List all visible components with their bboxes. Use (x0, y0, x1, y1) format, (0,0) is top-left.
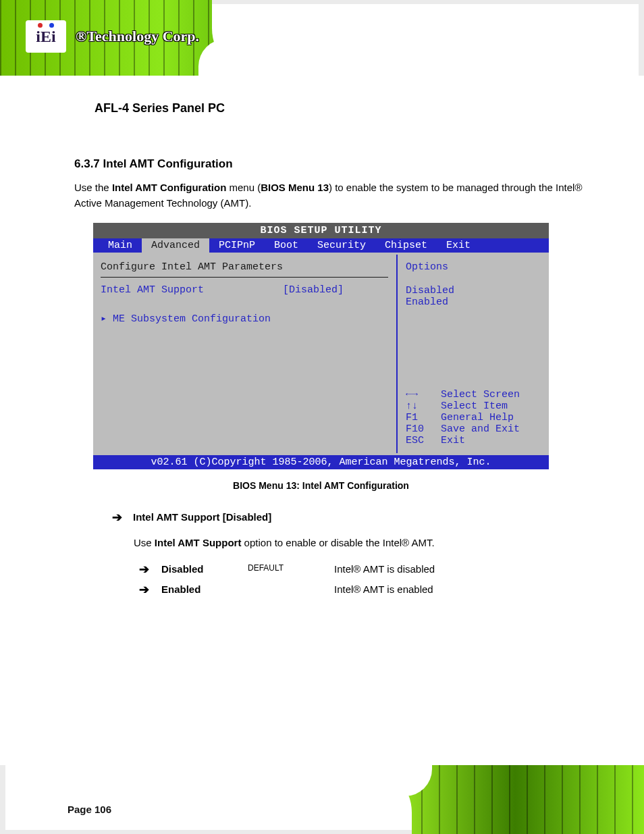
option-default: DEFAULT (248, 563, 322, 573)
section-heading: 6.3.7 Intel AMT Configuration (74, 157, 590, 171)
bios-setting-value: [Disabled] (283, 284, 344, 296)
bios-body: Configure Intel AMT Parameters Intel AMT… (93, 253, 549, 455)
bios-options-title: Options (406, 261, 539, 273)
amt-item-desc: Use Intel AMT Support option to enable o… (134, 536, 590, 551)
section-intro: Use the Intel AMT Configuration menu (BI… (74, 180, 590, 211)
bios-tab-advanced[interactable]: Advanced (142, 238, 209, 253)
brand-text: ®Technology Corp. (76, 28, 199, 45)
bios-nav-row: ←→Select Screen (406, 389, 539, 400)
bios-footer: v02.61 (C)Copyright 1985-2006, American … (93, 455, 549, 469)
footer-white-curve (0, 765, 412, 834)
bios-option-enabled: Enabled (406, 296, 539, 308)
bios-setting-label: Intel AMT Support (101, 284, 283, 296)
bios-nav-row: F1General Help (406, 412, 539, 423)
doc-title: AFL-4 Series Panel PC (95, 101, 590, 115)
bios-left-pane: Configure Intel AMT Parameters Intel AMT… (95, 255, 398, 453)
logo-text: iEi (36, 28, 55, 46)
bios-nav-row: F10Save and Exit (406, 423, 539, 435)
option-name: Enabled (161, 583, 236, 595)
arrow-icon: ➔ (139, 563, 149, 575)
bios-submenu[interactable]: ▸ ME Subsystem Configuration (101, 312, 388, 325)
arrow-icon: ➔ (139, 583, 149, 596)
bios-right-pane: Options Disabled Enabled ←→Select Screen… (398, 255, 547, 453)
header-white-curve (212, 0, 644, 76)
option-row-enabled: ➔ Enabled Intel® AMT is enabled (139, 583, 590, 596)
option-row-disabled: ➔ Disabled DEFAULT Intel® AMT is disable… (139, 563, 590, 575)
option-name: Disabled (161, 563, 236, 575)
bios-nav-row: ↑↓Select Item (406, 400, 539, 412)
bios-tab-chipset[interactable]: Chipset (375, 238, 437, 253)
bios-tab-main[interactable]: Main (99, 238, 142, 253)
logo-row: iEi ®Technology Corp. (26, 20, 199, 53)
bios-option-disabled: Disabled (406, 285, 539, 296)
bios-nav-row: ESCExit (406, 435, 539, 446)
bios-tab-security[interactable]: Security (308, 238, 375, 253)
bios-tab-boot[interactable]: Boot (265, 238, 308, 253)
page-content: AFL-4 Series Panel PC 6.3.7 Intel AMT Co… (74, 101, 590, 604)
bios-setting-row[interactable]: Intel AMT Support [Disabled] (101, 284, 388, 296)
arrow-icon: ➔ (112, 511, 122, 523)
bios-title: BIOS SETUP UTILITY (93, 223, 549, 238)
figure-caption: BIOS Menu 13: Intel AMT Configuration (93, 480, 549, 491)
option-desc: Intel® AMT is enabled (334, 583, 590, 595)
bios-left-header: Configure Intel AMT Parameters (101, 261, 388, 278)
bios-tab-bar: Main Advanced PCIPnP Boot Security Chips… (93, 238, 549, 253)
bios-tab-pcipnp[interactable]: PCIPnP (209, 238, 265, 253)
iei-logo: iEi (26, 20, 66, 53)
bios-tab-exit[interactable]: Exit (437, 238, 480, 253)
page-number: Page 106 (68, 804, 111, 815)
bios-screenshot: BIOS SETUP UTILITY Main Advanced PCIPnP … (93, 223, 549, 469)
amt-item-lead: Intel AMT Support [Disabled] (133, 511, 271, 523)
amt-item-heading: ➔ Intel AMT Support [Disabled] (112, 511, 590, 523)
option-desc: Intel® AMT is disabled (334, 563, 590, 575)
